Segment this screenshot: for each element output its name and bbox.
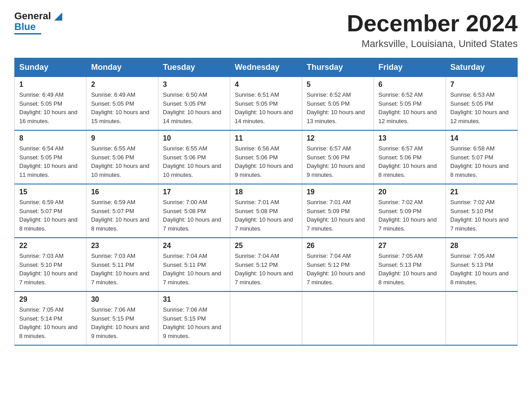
calendar-cell: 1 Sunrise: 6:49 AM Sunset: 5:05 PM Dayli… [15, 77, 86, 131]
sunset-label: Sunset: 5:05 PM [91, 100, 134, 107]
day-number: 18 [235, 188, 297, 196]
sunrise-label: Sunrise: 6:55 AM [91, 145, 135, 152]
daylight-label: Daylight: 10 hours and 7 minutes. [235, 270, 293, 286]
sunset-label: Sunset: 5:11 PM [91, 261, 134, 268]
daylight-label: Daylight: 10 hours and 7 minutes. [307, 216, 365, 232]
sunrise-label: Sunrise: 7:01 AM [235, 199, 279, 206]
day-info: Sunrise: 7:06 AM Sunset: 5:15 PM Dayligh… [163, 305, 225, 340]
sunrise-label: Sunrise: 6:49 AM [19, 91, 64, 98]
day-info: Sunrise: 6:59 AM Sunset: 5:07 PM Dayligh… [19, 198, 82, 233]
sunset-label: Sunset: 5:06 PM [91, 154, 134, 161]
sunrise-label: Sunrise: 6:51 AM [235, 91, 279, 98]
day-info: Sunrise: 7:05 AM Sunset: 5:13 PM Dayligh… [378, 252, 441, 287]
calendar-cell: 17 Sunrise: 7:00 AM Sunset: 5:08 PM Dayl… [158, 184, 230, 238]
header-day-saturday: Saturday [446, 58, 517, 77]
sunset-label: Sunset: 5:05 PM [19, 100, 62, 107]
calendar-week-row: 15 Sunrise: 6:59 AM Sunset: 5:07 PM Dayl… [15, 184, 518, 238]
sunset-label: Sunset: 5:10 PM [19, 261, 62, 268]
sunrise-label: Sunrise: 6:52 AM [307, 91, 351, 98]
calendar-header: SundayMondayTuesdayWednesdayThursdayFrid… [15, 58, 518, 77]
sunset-label: Sunset: 5:06 PM [307, 154, 350, 161]
day-info: Sunrise: 7:04 AM Sunset: 5:12 PM Dayligh… [307, 252, 369, 287]
calendar-body: 1 Sunrise: 6:49 AM Sunset: 5:05 PM Dayli… [15, 77, 518, 346]
sunrise-label: Sunrise: 6:54 AM [19, 145, 64, 152]
day-info: Sunrise: 6:59 AM Sunset: 5:07 PM Dayligh… [91, 198, 153, 233]
daylight-label: Daylight: 10 hours and 12 minutes. [450, 109, 509, 124]
daylight-label: Daylight: 10 hours and 9 minutes. [91, 324, 149, 339]
daylight-label: Daylight: 10 hours and 8 minutes. [378, 163, 437, 178]
day-info: Sunrise: 7:03 AM Sunset: 5:10 PM Dayligh… [19, 252, 82, 287]
day-number: 12 [307, 134, 369, 142]
sunrise-label: Sunrise: 6:59 AM [19, 199, 64, 206]
sunrise-label: Sunrise: 7:02 AM [378, 199, 423, 206]
day-number: 13 [378, 134, 441, 142]
day-number: 3 [163, 81, 225, 89]
day-number: 20 [378, 188, 441, 196]
day-number: 11 [235, 134, 297, 142]
calendar-cell: 13 Sunrise: 6:57 AM Sunset: 5:06 PM Dayl… [374, 130, 446, 184]
day-info: Sunrise: 7:02 AM Sunset: 5:10 PM Dayligh… [450, 198, 513, 233]
sunset-label: Sunset: 5:15 PM [91, 315, 134, 322]
sunrise-label: Sunrise: 6:59 AM [91, 199, 135, 206]
calendar-cell: 16 Sunrise: 6:59 AM Sunset: 5:07 PM Dayl… [86, 184, 158, 238]
calendar-cell: 26 Sunrise: 7:04 AM Sunset: 5:12 PM Dayl… [302, 238, 373, 291]
calendar-week-row: 22 Sunrise: 7:03 AM Sunset: 5:10 PM Dayl… [15, 238, 518, 291]
daylight-label: Daylight: 10 hours and 9 minutes. [307, 163, 365, 178]
calendar-cell: 10 Sunrise: 6:55 AM Sunset: 5:06 PM Dayl… [158, 130, 230, 184]
logo-text: General [14, 11, 62, 21]
sunrise-label: Sunrise: 7:00 AM [163, 199, 207, 206]
sunset-label: Sunset: 5:05 PM [235, 100, 278, 107]
daylight-label: Daylight: 10 hours and 7 minutes. [163, 216, 221, 232]
calendar-cell [446, 291, 517, 345]
day-number: 30 [91, 295, 153, 304]
daylight-label: Daylight: 10 hours and 14 minutes. [235, 109, 293, 124]
day-info: Sunrise: 6:54 AM Sunset: 5:05 PM Dayligh… [19, 144, 82, 179]
day-info: Sunrise: 6:49 AM Sunset: 5:05 PM Dayligh… [19, 90, 82, 125]
sunrise-label: Sunrise: 7:02 AM [450, 199, 495, 206]
calendar-cell: 21 Sunrise: 7:02 AM Sunset: 5:10 PM Dayl… [446, 184, 517, 238]
sunrise-label: Sunrise: 7:04 AM [235, 253, 279, 259]
sunrise-label: Sunrise: 6:55 AM [163, 145, 207, 152]
daylight-label: Daylight: 10 hours and 12 minutes. [378, 109, 437, 124]
daylight-label: Daylight: 10 hours and 9 minutes. [163, 324, 221, 339]
day-number: 24 [163, 242, 225, 250]
page-header: General Blue December 2024 Marksville, L… [14, 11, 518, 50]
daylight-label: Daylight: 10 hours and 9 minutes. [235, 163, 293, 178]
header-day-thursday: Thursday [302, 58, 373, 77]
calendar-cell: 11 Sunrise: 6:56 AM Sunset: 5:06 PM Dayl… [230, 130, 302, 184]
day-number: 29 [19, 295, 82, 304]
day-info: Sunrise: 7:01 AM Sunset: 5:09 PM Dayligh… [307, 198, 369, 233]
sunrise-label: Sunrise: 7:03 AM [91, 253, 135, 259]
sunrise-label: Sunrise: 6:57 AM [378, 145, 423, 152]
day-number: 23 [91, 242, 153, 250]
sunset-label: Sunset: 5:12 PM [235, 261, 278, 268]
sunrise-label: Sunrise: 6:52 AM [378, 91, 423, 98]
daylight-label: Daylight: 10 hours and 7 minutes. [378, 216, 437, 232]
calendar-cell: 7 Sunrise: 6:53 AM Sunset: 5:05 PM Dayli… [446, 77, 517, 131]
day-info: Sunrise: 6:55 AM Sunset: 5:06 PM Dayligh… [91, 144, 153, 179]
sunrise-label: Sunrise: 7:06 AM [91, 306, 135, 313]
sunrise-label: Sunrise: 6:58 AM [450, 145, 495, 152]
daylight-label: Daylight: 10 hours and 16 minutes. [19, 109, 77, 124]
sunset-label: Sunset: 5:06 PM [378, 154, 421, 161]
daylight-label: Daylight: 10 hours and 8 minutes. [19, 324, 77, 339]
calendar-cell [230, 291, 302, 345]
day-info: Sunrise: 7:04 AM Sunset: 5:11 PM Dayligh… [163, 252, 225, 287]
sunset-label: Sunset: 5:12 PM [307, 261, 350, 268]
day-number: 17 [163, 188, 225, 196]
sunset-label: Sunset: 5:08 PM [163, 208, 206, 214]
sunset-label: Sunset: 5:11 PM [163, 261, 206, 268]
header-day-monday: Monday [86, 58, 158, 77]
calendar-cell: 6 Sunrise: 6:52 AM Sunset: 5:05 PM Dayli… [374, 77, 446, 131]
calendar-cell: 8 Sunrise: 6:54 AM Sunset: 5:05 PM Dayli… [15, 130, 86, 184]
day-number: 27 [378, 242, 441, 250]
daylight-label: Daylight: 10 hours and 7 minutes. [19, 270, 77, 286]
month-title: December 2024 [347, 11, 518, 36]
sunrise-label: Sunrise: 7:03 AM [19, 253, 64, 259]
sunset-label: Sunset: 5:06 PM [235, 154, 278, 161]
daylight-label: Daylight: 10 hours and 7 minutes. [307, 270, 365, 286]
day-info: Sunrise: 7:06 AM Sunset: 5:15 PM Dayligh… [91, 305, 153, 340]
day-info: Sunrise: 6:50 AM Sunset: 5:05 PM Dayligh… [163, 90, 225, 125]
day-number: 9 [91, 134, 153, 142]
daylight-label: Daylight: 10 hours and 8 minutes. [19, 216, 77, 232]
